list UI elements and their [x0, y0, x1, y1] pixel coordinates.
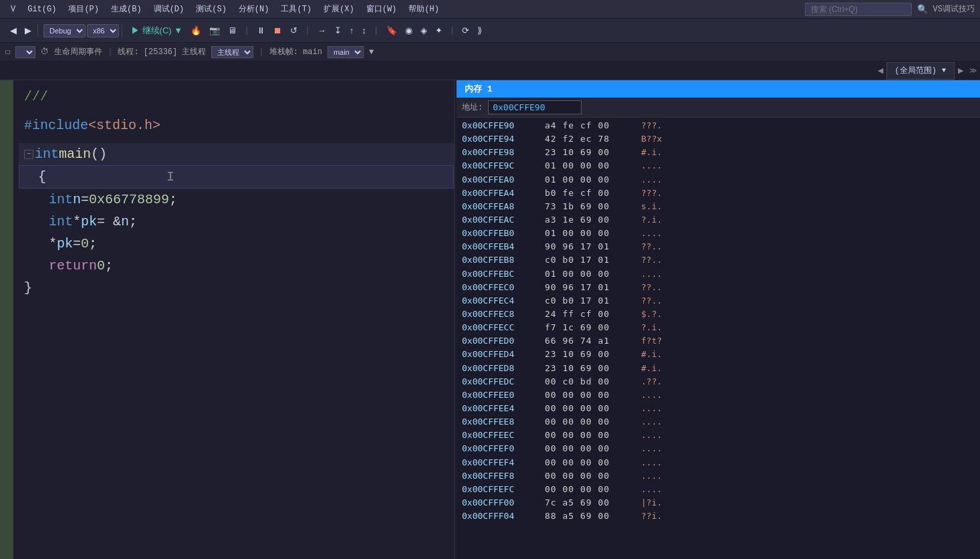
memory-row: 0x00CFFED823 10 69 00#.i. [462, 362, 975, 375]
extra-btn2[interactable]: ⟫ [474, 23, 485, 37]
screen-btn[interactable]: 🖥 [225, 23, 240, 37]
menu-item-test[interactable]: 测试(S) [191, 2, 232, 16]
mem-bytes-28: 7c a5 69 00 [545, 496, 638, 510]
mem-bytes-8: 01 00 00 00 [545, 227, 638, 240]
code-line-return: return 0 ; [19, 255, 454, 277]
main-area: /// #include <stdio.h> − int main () [0, 80, 980, 559]
extra-btn1[interactable]: ⟳ [459, 23, 473, 37]
hot-reload-btn[interactable]: 🔥 [187, 23, 205, 37]
mem-addr-3: 0x00CFFE9C [462, 159, 542, 173]
mem-bytes-12: 90 96 17 01 [545, 281, 638, 294]
semi-pk: ; [129, 211, 137, 233]
mem-chars-26: .... [641, 469, 662, 483]
assign-pk: = & [97, 211, 121, 233]
mem-addr-11: 0x00CFFEBC [462, 267, 542, 281]
mem-bytes-19: 00 c0 bd 00 [545, 375, 638, 388]
menu-item-tools[interactable]: 工具(T) [275, 2, 317, 16]
mem-chars-21: .... [641, 402, 662, 415]
run-cursor-btn[interactable]: ↕ [358, 23, 370, 37]
toolbar: ◀ ▶ Debug x86 ▶ 继续(C) ▼ 🔥 📷 🖥 | ⏸ ⏹ ↺ | … [0, 19, 980, 43]
deref-star: * [49, 233, 57, 255]
assign-deref: = [73, 233, 81, 255]
config-select[interactable]: Debug [43, 24, 86, 37]
thread-select[interactable]: 主线程 [211, 46, 253, 58]
debug-lifecycle-icon: ⏱ [41, 47, 49, 57]
toolbar-back-btn[interactable]: ◀ [7, 23, 20, 37]
mem-bytes-27: 00 00 00 00 [545, 483, 638, 496]
code-editor[interactable]: /// #include <stdio.h> − int main () [0, 80, 455, 559]
mem-chars-4: .... [641, 173, 662, 187]
mem-chars-29: ??i. [641, 510, 662, 523]
diag-btn[interactable]: ◉ [402, 23, 416, 37]
memory-row: 0x00CFFE9823 10 69 00#.i. [462, 146, 975, 159]
perf-btn[interactable]: ◈ [417, 23, 431, 37]
search-input[interactable] [805, 3, 912, 16]
mem-addr-29: 0x00CFFF04 [462, 510, 542, 523]
menu-item-window[interactable]: 窗口(W) [361, 2, 402, 16]
menu-item-v[interactable]: V [5, 3, 21, 15]
semi-return: ; [105, 255, 113, 277]
main-parens: () [91, 143, 107, 165]
mem-addr-28: 0x00CFFF00 [462, 496, 542, 510]
breakpoint-btn[interactable]: 🔖 [383, 23, 400, 37]
int-keyword: int [35, 143, 59, 165]
pause-btn[interactable]: ⏸ [253, 23, 269, 37]
assign-n: = [81, 189, 89, 211]
mem-bytes-22: 00 00 00 00 [545, 415, 638, 429]
code-line-include: #include <stdio.h> [19, 114, 454, 136]
mem-addr-6: 0x00CFFEА8 [462, 200, 542, 213]
code-line-open-brace: { I [19, 165, 454, 189]
restart-btn[interactable]: ↺ [287, 23, 301, 37]
code-line-comment: /// [19, 86, 454, 108]
camera-btn[interactable]: 📷 [206, 23, 223, 37]
mem-addr-27: 0x00CFFEFC [462, 483, 542, 496]
menu-item-help[interactable]: 帮助(H) [403, 2, 445, 16]
code-blank1 [19, 108, 454, 114]
mem-addr-13: 0x00CFFEC4 [462, 294, 542, 308]
menu-item-analyze[interactable]: 分析(N) [233, 2, 275, 16]
scope-dropdown[interactable]: (全局范围) ▼ [886, 62, 955, 80]
more-btn[interactable]: ✦ [432, 23, 446, 37]
chevron-down-icon: ▼ [942, 67, 946, 74]
memory-row: 0x00CFFEА001 00 00 00.... [462, 173, 975, 187]
process-select[interactable] [15, 46, 35, 58]
return-kw: return [49, 255, 97, 277]
mem-chars-18: #.i. [641, 362, 662, 375]
tab-scroll-right[interactable]: ▶ [955, 64, 967, 77]
collapse-button[interactable]: − [24, 150, 33, 159]
mem-chars-27: .... [641, 483, 662, 496]
menu-item-extend[interactable]: 扩展(X) [318, 2, 360, 16]
debug-lifecycle-label: 生命周期事件 [54, 46, 102, 58]
mem-addr-9: 0x00CFFEB4 [462, 240, 542, 253]
memory-row: 0x00CFFF007c a5 69 00|?i. [462, 496, 975, 510]
stack-select[interactable]: main [328, 46, 364, 58]
menu-item-project[interactable]: 项目(P) [63, 2, 104, 16]
toolbar-forward-btn[interactable]: ▶ [21, 23, 35, 37]
mem-bytes-9: 90 96 17 01 [545, 240, 638, 253]
continue-button[interactable]: ▶ 继续(C) ▼ [128, 23, 186, 39]
mem-chars-1: B??x [641, 132, 662, 146]
address-label: 地址: [462, 102, 483, 113]
menu-item-git[interactable]: Git(G) [22, 3, 62, 15]
mem-addr-10: 0x00CFFEB8 [462, 253, 542, 267]
mem-addr-17: 0x00CFFED4 [462, 348, 542, 361]
code-comment-text: /// [24, 86, 48, 108]
step-into-btn[interactable]: ↧ [331, 23, 345, 37]
memory-row: 0x00CFFEА873 1b 69 00s.i. [462, 200, 975, 213]
mem-addr-5: 0x00CFFEA4 [462, 187, 542, 200]
platform-select[interactable]: x86 [87, 24, 119, 37]
menu-item-debug[interactable]: 调试(D) [148, 2, 190, 16]
mem-chars-23: .... [641, 429, 662, 442]
memory-address-input[interactable] [488, 100, 582, 114]
memory-content-area[interactable]: 0x00CFFE90a4 fe cf 00???.0x00CFFE9442 f2… [457, 118, 980, 559]
tab-scroll-left[interactable]: ◀ [874, 64, 886, 77]
mem-bytes-21: 00 00 00 00 [545, 402, 638, 415]
mem-chars-13: ??.. [641, 294, 662, 308]
mem-bytes-24: 00 00 00 00 [545, 442, 638, 455]
close-brace: } [24, 277, 32, 299]
stop-btn[interactable]: ⏹ [270, 23, 285, 37]
step-over-btn[interactable]: → [314, 23, 330, 37]
step-out-btn[interactable]: ↑ [346, 23, 358, 37]
vs-tip-label: VS调试技巧 [933, 3, 975, 15]
menu-item-build[interactable]: 生成(B) [106, 2, 147, 16]
